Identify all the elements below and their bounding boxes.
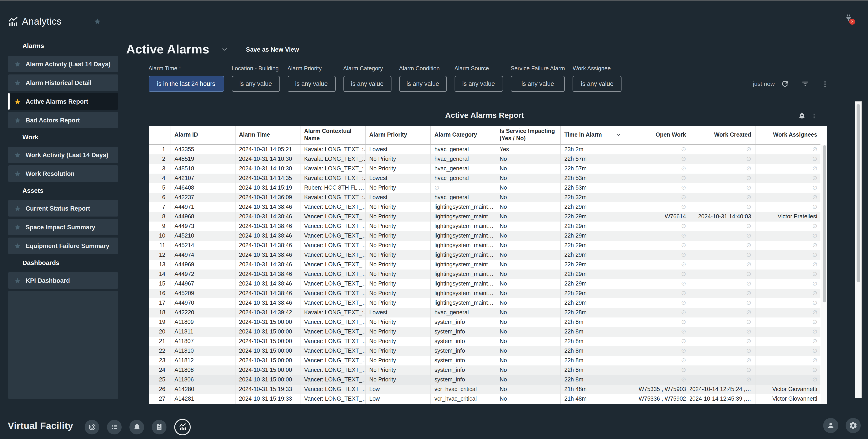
empty-set-icon: ∅: [812, 367, 817, 373]
column-header-alarm-priority[interactable]: Alarm Priority: [366, 126, 431, 144]
column-header-is-service-impacting-yes-no[interactable]: Is Service Impacting (Yes / No): [496, 126, 561, 144]
empty-set-icon: ∅: [746, 223, 751, 229]
filter-service-failure-alarm-value[interactable]: is any value: [510, 76, 565, 92]
table-row[interactable]: 22A118102024-10-31 15:00:00Vancer: LONG_…: [148, 346, 820, 356]
table-row[interactable]: 8A449682024-10-31 14:38:46Vancer: LONG_T…: [148, 212, 820, 221]
column-header-open-work[interactable]: Open Work: [625, 126, 690, 144]
column-header-alarm-contextual-name[interactable]: Alarm Contextual Name: [301, 126, 366, 144]
table-cell: 2024-10-31 15:00:00: [235, 356, 301, 365]
filter-location-building-value[interactable]: is any value: [231, 76, 280, 92]
empty-set-icon: ∅: [681, 367, 686, 373]
table-cell: ∅: [690, 279, 755, 289]
column-header-alarm-category[interactable]: Alarm Category: [431, 126, 496, 144]
nav-bell-button[interactable]: [129, 419, 144, 434]
filter-alarm-condition: Alarm Conditionis any value: [399, 65, 446, 92]
table-row[interactable]: 14A449722024-10-31 14:38:46Vancer: LONG_…: [148, 269, 820, 279]
table-cell: 2024-10-31 14:38:46: [235, 250, 301, 260]
nav-target-button[interactable]: [85, 419, 99, 434]
sidebar-item-work-activity-last-14-days[interactable]: Work Activity (Last 14 Days): [8, 147, 118, 163]
table-row[interactable]: 10A452102024-10-31 14:38:46Vancer: LONG_…: [148, 231, 820, 240]
table-row[interactable]: 4A421072024-10-31 14:14:35Kavala: LONG_T…: [148, 173, 820, 183]
empty-set-icon: ∅: [746, 233, 751, 239]
row-number-cell: 15: [148, 279, 171, 289]
user-button[interactable]: [823, 418, 838, 433]
table-row[interactable]: 2A485192024-10-31 14:10:30Kavala: LONG_T…: [148, 154, 820, 164]
table-row[interactable]: 20A118112024-10-31 15:00:00Vancer: LONG_…: [148, 327, 820, 336]
refresh-button[interactable]: [781, 79, 789, 88]
sidebar-item-equipment-failure-summary[interactable]: Equipment Failure Summary: [8, 238, 118, 254]
table-row[interactable]: 11A452142024-10-31 14:38:46Vancer: LONG_…: [148, 240, 820, 250]
row-number-cell: 17: [148, 298, 171, 308]
bell-plus-button[interactable]: [798, 112, 806, 120]
table-row[interactable]: 19A118092024-10-31 15:00:00Vancer: LONG_…: [148, 317, 820, 327]
table-cell: 2024-10-31 14:15:19: [235, 183, 301, 193]
column-header-time-in-alarm[interactable]: Time in Alarm: [561, 126, 625, 144]
column-header-work-assignees[interactable]: Work Assignees: [755, 126, 821, 144]
table-row[interactable]: 26A142802024-10-31 15:19:33Vancer: LONG_…: [148, 384, 820, 394]
table-row[interactable]: 12A449742024-10-31 14:38:46Vancer: LONG_…: [148, 250, 820, 260]
filter-alarm-priority-value[interactable]: is any value: [287, 76, 336, 92]
table-cell: No Priority: [366, 183, 431, 193]
table-row[interactable]: 1A433552024-10-31 14:05:21Kavala: LONG_T…: [148, 144, 820, 154]
table-row[interactable]: 9A449732024-10-31 14:38:46Vancer: LONG_T…: [148, 221, 820, 231]
table-row[interactable]: 15A449672024-10-31 14:38:46Vancer: LONG_…: [148, 279, 820, 289]
table-row[interactable]: 7A449712024-10-31 14:38:46Vancer: LONG_T…: [148, 202, 820, 212]
table-cell: 2024-10-31 14:38:46: [235, 260, 301, 269]
column-header-row-number[interactable]: [148, 126, 171, 144]
empty-set-icon: ∅: [681, 175, 686, 181]
column-header-alarm-id[interactable]: Alarm ID: [171, 126, 235, 144]
table-cell: No Priority: [366, 279, 431, 289]
table-row[interactable]: 5A464082024-10-31 14:15:19Ruben: HCC 8TH…: [148, 183, 820, 193]
table-row[interactable]: 16A452092024-10-31 14:38:46Vancer: LONG_…: [148, 289, 820, 298]
kebab-button[interactable]: [822, 80, 829, 88]
page-scrollbar[interactable]: [855, 101, 862, 398]
row-number-cell: 4: [148, 173, 171, 183]
table-cell: No: [496, 212, 561, 221]
filter-button[interactable]: [801, 79, 809, 88]
table-scrollbar[interactable]: [821, 126, 827, 404]
column-header-alarm-time[interactable]: Alarm Time: [235, 126, 301, 144]
table-row[interactable]: 21A118072024-10-31 15:00:00Vancer: LONG_…: [148, 336, 820, 346]
empty-set-icon: ∅: [746, 329, 751, 335]
sidebar-item-label: Alarm Activity (Last 14 Days): [26, 61, 111, 67]
table-row[interactable]: 17A449702024-10-31 14:38:46Vancer: LONG_…: [148, 298, 820, 308]
table-scrollbar-thumb[interactable]: [823, 145, 826, 302]
sidebar-item-active-alarms-report[interactable]: Active Alarms Report: [8, 93, 118, 110]
sidebar-item-work-resolution[interactable]: Work Resolution: [8, 165, 118, 182]
table-row[interactable]: 24A118082024-10-31 15:00:00Vancer: LONG_…: [148, 365, 820, 375]
filter-alarm-time-value[interactable]: is in the last 24 hours: [148, 76, 224, 92]
filter-alarm-category-value[interactable]: is any value: [343, 76, 391, 92]
table-row[interactable]: 18A422202024-10-31 14:39:42Kavala: LONG_…: [148, 308, 820, 317]
page-scrollbar-thumb[interactable]: [856, 104, 860, 282]
sidebar-item-bad-actors-report[interactable]: Bad Actors Report: [8, 112, 118, 128]
table-cell: A48519: [171, 154, 235, 164]
empty-set-icon: ∅: [812, 156, 817, 162]
filter-alarm-source-value[interactable]: is any value: [454, 76, 503, 92]
sidebar-item-alarm-activity-last-14-days[interactable]: Alarm Activity (Last 14 Days): [8, 56, 118, 72]
filter-work-assignee-value[interactable]: is any value: [573, 76, 622, 92]
table-cell: A11811: [171, 327, 235, 336]
table-row[interactable]: 27A142812024-10-31 15:19:33Vancer: LONG_…: [148, 394, 820, 404]
column-header-work-created[interactable]: Work Created: [690, 126, 755, 144]
nav-analytics-button[interactable]: [174, 419, 191, 435]
sidebar-item-current-status-report[interactable]: Current Status Report: [8, 200, 118, 216]
save-as-new-view-button[interactable]: Save as New View: [246, 46, 299, 53]
filter-alarm-condition-value[interactable]: is any value: [399, 76, 446, 92]
sidebar-item-alarm-historical-detail[interactable]: Alarm Historical Detail: [8, 74, 118, 91]
table-row[interactable]: 6A422372024-10-31 14:36:09Kavala: LONG_T…: [148, 193, 820, 202]
table-cell: No Priority: [366, 202, 431, 212]
chevron-down-icon[interactable]: [221, 46, 227, 53]
table-row[interactable]: 23A118122024-10-31 15:00:00Vancer: LONG_…: [148, 356, 820, 365]
sidebar-item-space-impact-summary[interactable]: Space Impact Summary: [8, 219, 118, 235]
table-row[interactable]: 25A118062024-10-31 15:00:00Vancer: LONG_…: [148, 375, 820, 384]
row-number-cell: 18: [148, 308, 171, 317]
nav-list-button[interactable]: [107, 419, 122, 434]
nav-ticket-button[interactable]: [152, 419, 166, 434]
star-icon[interactable]: [94, 18, 101, 25]
gear-button[interactable]: [845, 418, 861, 433]
kebab-button[interactable]: [811, 112, 817, 119]
table-row[interactable]: 13A449692024-10-31 14:38:46Vancer: LONG_…: [148, 260, 820, 269]
sidebar-item-kpi-dashboard[interactable]: KPI Dashboard: [8, 272, 118, 289]
table-cell: Low: [366, 394, 431, 404]
table-row[interactable]: 3A485182024-10-31 14:10:30Kavala: LONG_T…: [148, 164, 820, 173]
